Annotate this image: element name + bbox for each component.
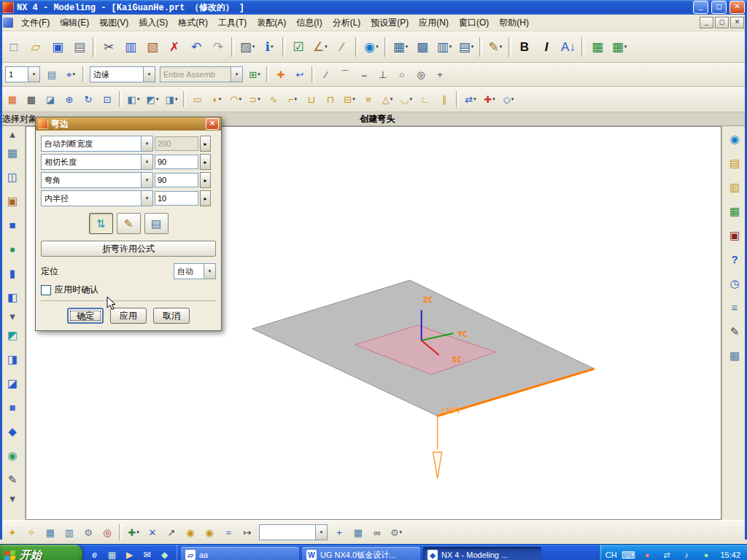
bend-angle-expression-button[interactable]: ▸ <box>200 172 211 188</box>
sm-contour-flange-icon[interactable]: ◠▾ <box>227 90 244 108</box>
menu-item[interactable]: 预设置(P) <box>365 15 414 31</box>
object-display-icon[interactable]: ▩ <box>23 90 40 108</box>
menu-item[interactable]: 信息(I) <box>291 15 327 31</box>
sm-hem-dropdown[interactable]: ▾ <box>258 96 260 102</box>
solid-cube-icon[interactable]: ■ <box>3 215 22 234</box>
render-style-dropdown[interactable]: ▾ <box>156 96 159 102</box>
sort-az-icon[interactable]: A↓ <box>558 36 578 58</box>
snap-star-alt-icon[interactable]: ✧ <box>23 524 40 541</box>
menu-item[interactable]: 帮助(H) <box>494 15 534 31</box>
curve-rule-combo[interactable]: 边缘 ▾ <box>90 66 155 82</box>
history-icon[interactable]: ◷ <box>725 273 744 292</box>
coin-b-icon[interactable]: ◉ <box>201 524 218 541</box>
sm-contour-flange-dropdown[interactable]: ▾ <box>239 96 241 102</box>
selection-ball-icon[interactable]: ◎ <box>98 524 116 541</box>
snap-concentric-icon[interactable]: ◎ <box>412 66 430 83</box>
mail-icon[interactable]: ✉ <box>139 548 155 560</box>
sm-convert-icon[interactable]: ⇄▾ <box>462 90 479 108</box>
add-to-assembly-icon[interactable]: ⊞▾ <box>246 66 263 83</box>
selection-scope-combo[interactable]: ▾ <box>259 524 328 540</box>
new-part-icon[interactable]: □ <box>4 36 24 58</box>
bend-direction-icon[interactable]: ⇅ <box>89 213 113 234</box>
layer-manager-icon[interactable]: ▤ <box>43 66 61 83</box>
map-tool-icon[interactable]: ↦ <box>239 524 256 541</box>
merge-cells-dropdown[interactable]: ▾ <box>449 44 452 50</box>
web-browser-dropdown[interactable]: ▾ <box>376 44 379 50</box>
gear-add-dropdown[interactable]: ▾ <box>400 529 403 535</box>
width-expression-button[interactable]: ▸ <box>200 136 211 152</box>
tangent-length-arrow[interactable]: ▾ <box>141 155 152 169</box>
create-point-icon[interactable]: ✚▾ <box>125 524 142 541</box>
sm-flange-dropdown[interactable]: ▾ <box>219 96 222 102</box>
sm-unbend-icon[interactable]: ⊔ <box>303 90 320 108</box>
snap-circle-icon[interactable]: ○ <box>393 66 411 83</box>
inner-radius-combo[interactable]: 内半径 ▾ <box>41 190 153 206</box>
start-button[interactable]: 开始 <box>0 545 82 560</box>
help-icon[interactable]: ? <box>725 249 744 268</box>
snap-star-icon[interactable]: ✦ <box>4 524 21 541</box>
ok-button[interactable]: 确定 <box>67 308 104 324</box>
user-tool-icon[interactable]: ◉ <box>3 446 22 464</box>
launch-browser-icon[interactable]: e <box>87 548 102 560</box>
measure-distance-icon[interactable]: ∠▾ <box>310 36 330 58</box>
scroll-down-icon[interactable]: ▾ <box>6 494 19 502</box>
tangent-length-input[interactable] <box>155 155 198 169</box>
delete-icon[interactable]: ✗ <box>164 36 185 58</box>
width-method-arrow[interactable]: ▾ <box>141 136 152 151</box>
fit-view-icon[interactable]: ⊡ <box>98 90 116 108</box>
taskbar-task[interactable]: WUG NX4.0钣金设计... <box>302 547 420 560</box>
orient-view-dropdown[interactable]: ▾ <box>137 96 140 102</box>
information-icon[interactable]: ℹ▾ <box>259 36 279 58</box>
open-icon[interactable]: ▱ <box>26 36 46 58</box>
sphere-tool-icon[interactable]: ● <box>3 239 22 258</box>
taskbar-task[interactable]: ▱aa <box>181 547 299 560</box>
mdi-restore-button[interactable]: ◻ <box>715 17 729 28</box>
gears-icon[interactable]: ⚙ <box>80 524 97 541</box>
link-objects-icon[interactable]: ∞ <box>368 524 386 541</box>
position-combo[interactable]: 自动 ▾ <box>174 263 216 279</box>
refresh-display-icon[interactable]: ▦ <box>4 90 21 108</box>
split-cells-icon[interactable]: ▤▾ <box>456 36 476 58</box>
sm-bead-icon[interactable]: ◡▾ <box>398 90 415 108</box>
italic-icon[interactable]: I <box>536 36 557 58</box>
coin-a-icon[interactable]: ◉ <box>182 524 199 541</box>
bend-table-icon[interactable]: ▤ <box>144 213 169 234</box>
messenger-icon[interactable]: ◆ <box>157 548 172 560</box>
curve-rule-combo-arrow[interactable]: ▾ <box>143 67 155 82</box>
roles-icon[interactable]: ▣ <box>725 225 744 244</box>
bend-angle-arrow[interactable]: ▾ <box>141 173 152 187</box>
wcs-orient-icon[interactable]: ⌖▾ <box>62 66 80 83</box>
layer-table-icon[interactable]: ▦▾ <box>390 36 411 58</box>
sm-bead-dropdown[interactable]: ▾ <box>409 96 412 102</box>
view-layout-icon[interactable]: ◨▾ <box>163 90 180 108</box>
grid-snap-icon[interactable]: ▦ <box>349 524 367 541</box>
orient-view-icon[interactable]: ◧▾ <box>125 90 142 108</box>
vector-tool-icon[interactable]: ↗ <box>163 524 180 541</box>
part-navigator-icon[interactable]: ▦ <box>725 201 744 220</box>
sm-dimple-dropdown[interactable]: ▾ <box>390 96 393 102</box>
cell-format-icon[interactable]: ▩ <box>412 36 433 58</box>
split-cells-dropdown[interactable]: ▾ <box>471 44 474 50</box>
view-layout-dropdown[interactable]: ▾ <box>175 96 178 102</box>
repeat-command-dropdown[interactable]: ▾ <box>252 44 255 50</box>
annotate-tool-icon[interactable]: ✎ <box>3 470 22 489</box>
snap-arc-icon[interactable]: ⌒ <box>336 66 354 83</box>
sm-hem-icon[interactable]: ⊃▾ <box>246 90 263 108</box>
menu-item[interactable]: 窗口(O) <box>454 15 494 31</box>
sm-rip-icon[interactable]: ∥ <box>436 90 453 108</box>
cylinder-tool-icon[interactable]: ▮ <box>3 263 22 282</box>
menu-item[interactable]: 应用(N) <box>414 15 454 31</box>
sheet-part-icon[interactable]: ▣ <box>3 191 22 210</box>
layer-combo-arrow[interactable]: ▾ <box>28 67 39 82</box>
copy-icon[interactable]: ▥ <box>120 36 141 58</box>
sm-louver-icon[interactable]: ≡ <box>360 90 377 108</box>
snap-perpendicular-icon[interactable]: ⊥ <box>374 66 392 83</box>
selection-scope-arrow[interactable]: ▾ <box>315 525 327 540</box>
measure-ruler-icon[interactable]: ∕ <box>332 36 352 58</box>
tangent-length-expression-button[interactable]: ▸ <box>200 154 211 170</box>
spreadsheet-panel-icon[interactable]: ▦ <box>725 346 744 365</box>
diamond-feature-icon[interactable]: ◆ <box>3 421 22 440</box>
bold-icon[interactable]: B <box>514 36 535 58</box>
volume-icon[interactable]: ♪ <box>679 548 693 560</box>
menu-item[interactable]: 视图(V) <box>94 15 133 31</box>
